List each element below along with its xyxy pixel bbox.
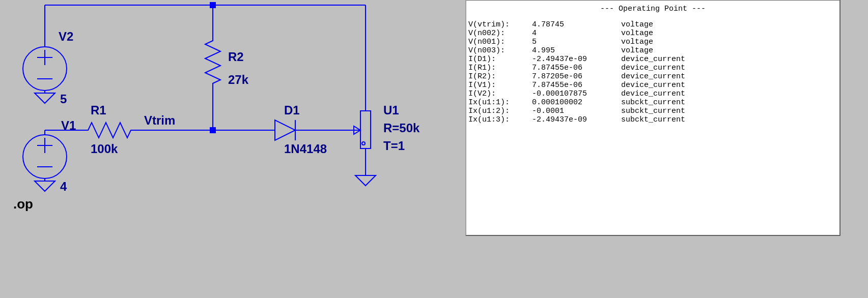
label-v2-ref: V2 bbox=[59, 29, 73, 43]
results-row: I(V2):-0.000107875device_current bbox=[468, 90, 839, 98]
label-d1-value: 1N4148 bbox=[284, 142, 327, 156]
svg-marker-31 bbox=[355, 175, 376, 186]
label-r1-value: 100k bbox=[91, 142, 118, 156]
svg-marker-14 bbox=[35, 181, 55, 191]
results-row: Ix(u1:1):0.000100002subckt_current bbox=[468, 98, 839, 107]
results-table: V(vtrim):4.78745voltage V(n002):4voltage… bbox=[466, 20, 839, 124]
svg-marker-22 bbox=[275, 120, 295, 140]
label-r2-ref: R2 bbox=[228, 50, 244, 64]
results-row: V(n003):4.995voltage bbox=[468, 46, 839, 55]
results-row: Ix(u1:3):-2.49437e-09subckt_current bbox=[468, 115, 839, 124]
label-r1-ref: R1 bbox=[91, 103, 106, 117]
label-u1-ref: U1 bbox=[383, 103, 399, 117]
results-row: I(R2):7.87205e-06device_current bbox=[468, 72, 839, 81]
net-label-vtrim: Vtrim bbox=[144, 113, 175, 127]
svg-rect-19 bbox=[210, 2, 216, 8]
results-row: Ix(u1:2):-0.0001subckt_current bbox=[468, 107, 839, 115]
schematic-canvas[interactable]: V2 5 V1 4 R1 100k Vtrim R2 27k D1 1N4148… bbox=[0, 0, 458, 298]
results-row: I(V1):7.87455e-06device_current bbox=[468, 81, 839, 90]
results-row: V(vtrim):4.78745voltage bbox=[468, 20, 839, 29]
label-v2-value: 5 bbox=[60, 92, 67, 106]
results-row: V(n002):4voltage bbox=[468, 29, 839, 38]
svg-marker-7 bbox=[35, 93, 55, 103]
results-panel: --- Operating Point --- V(vtrim):4.78745… bbox=[465, 0, 841, 236]
results-row: I(D1):-2.49437e-09device_current bbox=[468, 55, 839, 64]
label-v1-value: 4 bbox=[60, 180, 67, 193]
results-row: V(n001):5voltage bbox=[468, 38, 839, 46]
spice-directive-op: .op bbox=[13, 196, 33, 212]
label-u1-param2: T=1 bbox=[383, 139, 405, 153]
results-row: I(R1):7.87455e-06device_current bbox=[468, 64, 839, 72]
label-u1-param1: R=50k bbox=[383, 121, 420, 135]
label-d1-ref: D1 bbox=[284, 103, 300, 117]
svg-point-30 bbox=[362, 142, 365, 145]
label-r2-value: 27k bbox=[228, 73, 249, 86]
results-title: --- Operating Point --- bbox=[466, 1, 839, 15]
